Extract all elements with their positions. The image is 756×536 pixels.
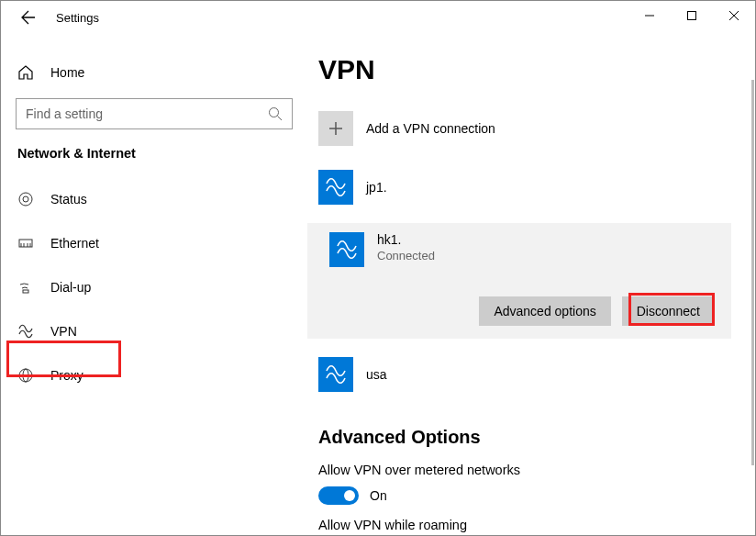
page-title: VPN xyxy=(318,54,755,85)
maximize-button[interactable] xyxy=(671,1,713,30)
arrow-left-icon xyxy=(21,10,36,25)
vpn-icon xyxy=(335,238,359,262)
opt-metered-state: On xyxy=(370,488,387,503)
svg-point-2 xyxy=(270,108,279,117)
vpn-connection-jp1[interactable]: jp1. xyxy=(318,164,731,210)
sidebar-item-label: Dial-up xyxy=(50,280,91,295)
advanced-options-section: Advanced Options Allow VPN over metered … xyxy=(318,427,731,532)
sidebar-home[interactable]: Home xyxy=(1,54,307,91)
opt-metered-label: Allow VPN over metered networks xyxy=(318,463,731,477)
vpn-icon xyxy=(324,363,348,386)
dialup-icon xyxy=(17,279,34,296)
search-input[interactable]: Find a setting xyxy=(16,98,293,129)
vpn-tile xyxy=(318,357,353,392)
maximize-icon xyxy=(687,11,696,20)
sidebar-item-vpn[interactable]: VPN xyxy=(1,309,307,353)
window-title: Settings xyxy=(56,11,99,25)
sidebar: Home Find a setting Network & Internet S… xyxy=(1,34,307,535)
sidebar-item-status[interactable]: Status xyxy=(1,177,307,221)
sidebar-item-label: VPN xyxy=(50,324,77,339)
svg-rect-1 xyxy=(688,12,696,20)
vpn-actions: Advanced options Disconnect xyxy=(318,296,720,326)
disconnect-button[interactable]: Disconnect xyxy=(622,296,715,326)
sidebar-item-dialup[interactable]: Dial-up xyxy=(1,265,307,309)
sidebar-item-proxy[interactable]: Proxy xyxy=(1,353,307,397)
scrollbar[interactable] xyxy=(751,80,754,465)
opt-metered-toggle[interactable] xyxy=(318,486,359,505)
advanced-options-button[interactable]: Advanced options xyxy=(479,296,610,326)
search-placeholder: Find a setting xyxy=(26,106,103,121)
svg-point-4 xyxy=(19,193,32,206)
plus-tile xyxy=(318,111,353,146)
advanced-options-heading: Advanced Options xyxy=(318,427,731,448)
vpn-tile xyxy=(329,232,364,267)
minimize-button[interactable] xyxy=(628,1,671,30)
close-button[interactable] xyxy=(713,1,755,30)
window-controls xyxy=(628,1,755,30)
vpn-name: usa xyxy=(366,367,387,382)
add-vpn-label: Add a VPN connection xyxy=(366,121,495,136)
back-button[interactable] xyxy=(8,1,49,34)
status-icon xyxy=(17,191,34,207)
search-container: Find a setting xyxy=(16,98,293,129)
search-icon xyxy=(268,106,283,121)
sidebar-list: Status Ethernet Dial-up VPN Proxy xyxy=(1,177,307,397)
add-vpn-button[interactable]: Add a VPN connection xyxy=(318,106,731,151)
sidebar-item-ethernet[interactable]: Ethernet xyxy=(1,221,307,265)
vpn-connection-hk1[interactable]: hk1. Connected Advanced options Disconne… xyxy=(307,223,731,339)
titlebar: Settings xyxy=(1,1,755,34)
svg-line-3 xyxy=(278,117,283,121)
vpn-name: jp1. xyxy=(366,180,387,195)
plus-icon xyxy=(328,120,344,137)
vpn-icon xyxy=(17,323,34,340)
proxy-icon xyxy=(17,367,34,384)
vpn-status: Connected xyxy=(377,249,435,262)
vpn-connection-usa[interactable]: usa xyxy=(318,352,731,397)
opt-roaming-label: Allow VPN while roaming xyxy=(318,518,731,532)
sidebar-category: Network & Internet xyxy=(1,146,307,161)
home-icon xyxy=(17,64,34,81)
sidebar-item-label: Status xyxy=(50,192,87,207)
vpn-icon xyxy=(324,175,348,199)
close-icon xyxy=(729,11,739,20)
minimize-icon xyxy=(645,11,654,20)
vpn-list: Add a VPN connection jp1. hk1. Connected xyxy=(318,106,731,532)
sidebar-item-label: Proxy xyxy=(50,368,83,383)
vpn-name: hk1. xyxy=(377,232,435,247)
svg-point-5 xyxy=(23,196,28,202)
main-content: VPN Add a VPN connection jp1. xyxy=(307,34,755,535)
vpn-tile xyxy=(318,170,353,205)
svg-rect-11 xyxy=(23,290,28,293)
sidebar-item-label: Ethernet xyxy=(50,236,99,251)
sidebar-home-label: Home xyxy=(50,65,84,80)
ethernet-icon xyxy=(17,235,34,251)
